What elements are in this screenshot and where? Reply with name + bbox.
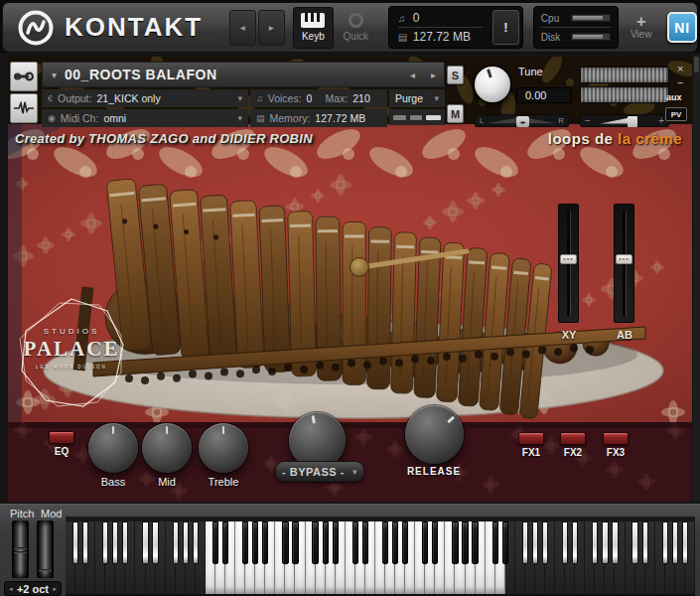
- piano-key-black[interactable]: [193, 522, 199, 564]
- piano-key-black[interactable]: [362, 522, 368, 564]
- solo-button[interactable]: S: [447, 66, 464, 84]
- piano-key-black[interactable]: [432, 522, 438, 564]
- mute-button[interactable]: M: [447, 104, 464, 123]
- fx3-led-button[interactable]: [603, 432, 629, 445]
- piano-key-black[interactable]: [562, 522, 568, 564]
- voices-readout: ♫ 0: [398, 10, 483, 26]
- piano-key-black[interactable]: [262, 522, 268, 564]
- volume-handle[interactable]: [628, 116, 637, 127]
- output-level-leds: [389, 109, 445, 125]
- output-select[interactable]: € Output: 21_KICK only ▾: [42, 89, 248, 107]
- keyb-view-button[interactable]: Keyb: [293, 7, 334, 49]
- wrench-button[interactable]: [10, 62, 38, 91]
- piano-key-black[interactable]: [602, 522, 608, 564]
- prev-instrument-button[interactable]: ◂: [229, 10, 256, 46]
- aux-button[interactable]: aux: [666, 92, 682, 102]
- octave-up-icon[interactable]: ▸: [53, 585, 57, 593]
- piano-key-black[interactable]: [142, 522, 148, 564]
- waveform-button[interactable]: [10, 93, 38, 123]
- pan-slider[interactable]: L ◂▸ R: [475, 114, 569, 127]
- piano-key-black[interactable]: [122, 522, 128, 564]
- voices-display: ♫ Voices: 0 Max: 210: [250, 89, 387, 107]
- piano-key-black[interactable]: [312, 522, 318, 564]
- piano-key-black[interactable]: [392, 522, 398, 564]
- piano-key-black[interactable]: [462, 522, 468, 564]
- release-knob[interactable]: [405, 405, 464, 464]
- instrument-menu-icon[interactable]: ▾: [52, 70, 57, 80]
- mod-wheel[interactable]: [37, 521, 54, 578]
- piano-key-black[interactable]: [532, 522, 538, 564]
- piano-key-black[interactable]: [642, 522, 648, 564]
- ab-slider[interactable]: •••: [614, 204, 634, 323]
- next-bank-icon[interactable]: ▸: [423, 70, 444, 80]
- piano-key-black[interactable]: [502, 522, 508, 564]
- piano-key-black[interactable]: [631, 522, 637, 564]
- fx2-led-button[interactable]: [560, 432, 586, 445]
- treble-knob[interactable]: [199, 423, 248, 473]
- xy-slider[interactable]: •••: [558, 204, 579, 323]
- volume-slider[interactable]: − +: [580, 114, 669, 127]
- piano-key-black[interactable]: [672, 522, 678, 564]
- piano-key-black[interactable]: [592, 522, 598, 564]
- cpu-meter-bar: [571, 14, 611, 22]
- piano-key-black[interactable]: [422, 522, 428, 564]
- octave-shift-display[interactable]: ◂ +2 oct ▸: [4, 581, 62, 596]
- bypass-dropdown[interactable]: - BYPASS - ▾: [275, 461, 364, 482]
- pv-button[interactable]: PV: [665, 107, 687, 121]
- quick-view-button[interactable]: Quick: [336, 7, 376, 49]
- piano-key-black[interactable]: [542, 522, 548, 564]
- piano-key-black[interactable]: [152, 522, 158, 564]
- piano-key-black[interactable]: [682, 522, 688, 564]
- purge-menu[interactable]: Purge ▾: [389, 89, 445, 107]
- piano-key-black[interactable]: [352, 522, 358, 564]
- piano-key-black[interactable]: [112, 522, 118, 564]
- close-button[interactable]: ×: [677, 63, 683, 74]
- piano-key-black[interactable]: [212, 522, 218, 564]
- piano-key-black[interactable]: [282, 522, 288, 564]
- piano-key-black[interactable]: [292, 522, 298, 564]
- piano-key-black[interactable]: [323, 522, 329, 564]
- piano-key-black[interactable]: [333, 522, 339, 564]
- instrument-title-bar[interactable]: ▾ 00_ROOTS BALAFON ◂ ▸: [42, 62, 445, 87]
- ni-logo[interactable]: NI: [667, 12, 697, 43]
- piano-key-black[interactable]: [252, 522, 258, 564]
- panic-button[interactable]: !: [492, 10, 519, 45]
- pan-handle[interactable]: ◂▸: [516, 116, 529, 127]
- bass-knob[interactable]: [88, 423, 138, 473]
- rack-scrollbar[interactable]: [693, 55, 700, 502]
- piano-key-black[interactable]: [82, 522, 88, 564]
- fx1-led-button[interactable]: [518, 432, 544, 445]
- next-instrument-button[interactable]: ▸: [258, 10, 285, 46]
- eq-led-button[interactable]: [49, 431, 74, 444]
- piano-keyboard[interactable]: [66, 517, 695, 596]
- piano-key-black[interactable]: [183, 522, 189, 564]
- piano-key-black[interactable]: [173, 522, 179, 564]
- piano-key-black[interactable]: [222, 522, 228, 564]
- prev-bank-icon[interactable]: ◂: [402, 70, 423, 80]
- octave-down-icon[interactable]: ◂: [9, 585, 13, 593]
- piano-key-black[interactable]: [572, 522, 578, 564]
- view-menu-button[interactable]: + View: [629, 7, 654, 49]
- piano-key-black[interactable]: [452, 522, 458, 564]
- tune-value[interactable]: 0.00: [516, 87, 572, 103]
- pitch-wheel[interactable]: [12, 521, 29, 578]
- minimize-button[interactable]: −: [677, 76, 683, 88]
- piano-key-black[interactable]: [102, 522, 108, 564]
- piano-key-black[interactable]: [492, 522, 498, 564]
- level-meter-right: [580, 86, 669, 103]
- piano-key-black[interactable]: [72, 522, 78, 564]
- mid-knob[interactable]: [142, 423, 192, 473]
- xy-slider-handle[interactable]: •••: [560, 254, 577, 264]
- ab-slider-handle[interactable]: •••: [616, 254, 632, 264]
- memory-display: ▤ Memory: 127.72 MB: [250, 109, 387, 127]
- tune-knob[interactable]: [475, 67, 510, 102]
- piano-key-black[interactable]: [382, 522, 388, 564]
- piano-key-black[interactable]: [472, 522, 478, 564]
- piano-key-black[interactable]: [402, 522, 408, 564]
- piano-key-black[interactable]: [612, 522, 618, 564]
- piano-key-black[interactable]: [662, 522, 668, 564]
- memory-icon: ▤: [398, 32, 408, 43]
- piano-key-black[interactable]: [522, 522, 528, 564]
- midi-channel-select[interactable]: ◉ Midi Ch: omni ▾: [42, 109, 248, 127]
- piano-key-black[interactable]: [242, 522, 248, 564]
